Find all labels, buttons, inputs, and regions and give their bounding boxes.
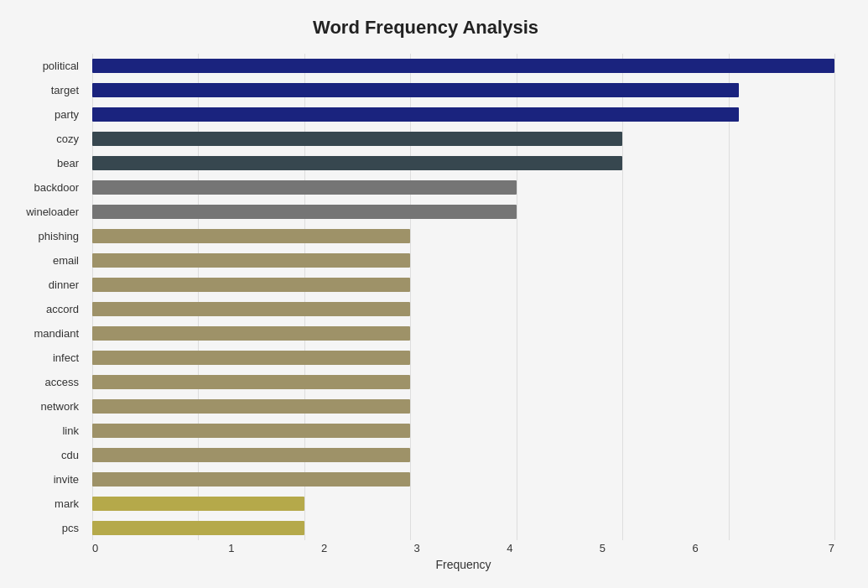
bar: [92, 424, 410, 437]
bar: [92, 180, 517, 194]
y-label: phishing: [39, 224, 86, 248]
bar: [92, 472, 410, 486]
bar: [92, 205, 517, 218]
bar-row: [92, 175, 834, 200]
x-tick-label: 2: [278, 542, 371, 554]
chart-container: Word Frequency Analysis politicaltargetp…: [0, 0, 868, 588]
chart-title: Word Frequency Analysis: [17, 17, 834, 39]
bar-row: [92, 273, 834, 297]
bar: [92, 497, 304, 510]
y-axis: politicaltargetpartycozybearbackdoorwine…: [17, 54, 92, 540]
bars-area: [92, 54, 834, 540]
y-label: wineloader: [26, 200, 86, 224]
bar: [92, 156, 622, 169]
bar: [92, 448, 410, 461]
y-label: cozy: [56, 127, 86, 151]
bar: [92, 399, 410, 413]
y-label: political: [43, 54, 86, 78]
bar-row: [92, 394, 834, 419]
y-label: backdoor: [34, 175, 86, 200]
y-label: email: [53, 248, 86, 273]
bar: [92, 59, 834, 72]
y-label: target: [51, 78, 86, 102]
bar-row: [92, 78, 834, 102]
y-label: infect: [53, 346, 86, 370]
bar: [92, 253, 410, 267]
y-label: party: [55, 102, 86, 127]
x-tick-label: 0: [92, 542, 185, 554]
bar-row: [92, 419, 834, 443]
bar: [92, 229, 410, 242]
y-label: accord: [46, 297, 86, 321]
x-tick-label: 6: [649, 542, 742, 554]
bar: [92, 521, 304, 534]
x-axis-title: Frequency: [17, 558, 834, 571]
bar-row: [92, 516, 834, 540]
bar-row: [92, 224, 834, 248]
bar-row: [92, 443, 834, 467]
y-label: network: [40, 394, 86, 419]
bar-row: [92, 370, 834, 394]
bar-row: [92, 200, 834, 224]
bar-row: [92, 248, 834, 273]
bar: [92, 351, 410, 364]
bar: [92, 375, 410, 388]
x-tick-label: 4: [464, 542, 557, 554]
bar: [92, 302, 410, 315]
bar-row: [92, 492, 834, 516]
bar-row: [92, 127, 834, 151]
x-tick-label: 5: [556, 542, 649, 554]
x-tick-label: 1: [185, 542, 278, 554]
y-label: mandiant: [34, 321, 86, 346]
grid-line: [834, 54, 835, 540]
y-label: link: [62, 419, 86, 443]
y-label: invite: [54, 467, 86, 492]
bar: [92, 83, 739, 96]
bar: [92, 278, 410, 291]
y-label: pcs: [62, 516, 86, 540]
bar-row: [92, 54, 834, 78]
x-axis: 01234567: [17, 542, 834, 554]
y-label: cdu: [61, 443, 86, 467]
bar-row: [92, 346, 834, 370]
bar: [92, 132, 622, 145]
y-label: mark: [55, 492, 86, 516]
x-tick-label: 3: [371, 542, 464, 554]
y-label: bear: [57, 151, 86, 175]
x-tick-label: 7: [741, 542, 834, 554]
bar: [92, 107, 739, 121]
bar: [92, 326, 410, 340]
bar-row: [92, 151, 834, 175]
bar-row: [92, 297, 834, 321]
y-label: access: [45, 370, 86, 394]
bar-row: [92, 102, 834, 127]
bar-row: [92, 321, 834, 346]
y-label: dinner: [49, 273, 86, 297]
bar-row: [92, 467, 834, 492]
